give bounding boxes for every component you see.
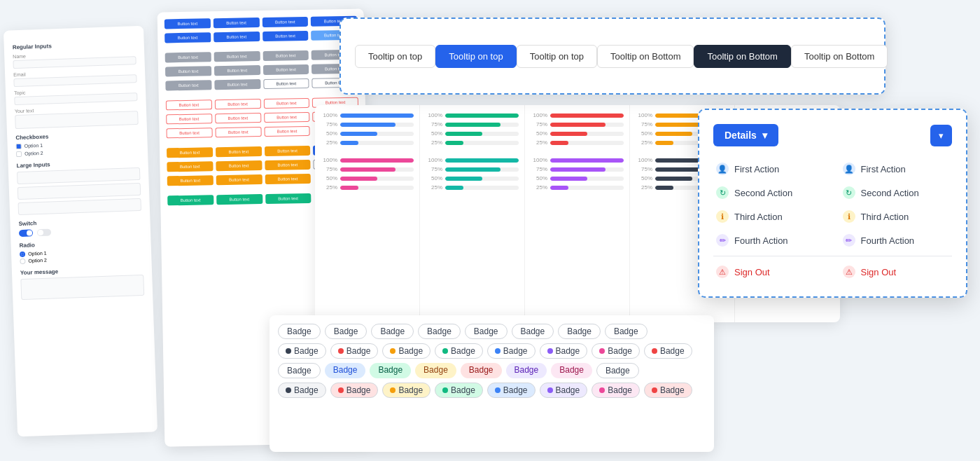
section-checkboxes: Checkboxes bbox=[15, 130, 139, 141]
tooltip-btn-2[interactable]: Tooltip on top bbox=[435, 45, 516, 68]
edit-icon-2: ✏ bbox=[843, 234, 855, 247]
fourth-action-label-2: Fourth Action bbox=[861, 235, 915, 246]
badge-dot-5[interactable]: Badge bbox=[540, 343, 588, 359]
user-icon: 👤 bbox=[716, 163, 729, 175]
dropdown-item-signout-1[interactable]: ⚠ Sign Out bbox=[713, 261, 826, 283]
tooltip-btn-5[interactable]: Tooltip on Bottom bbox=[694, 45, 790, 68]
badge-dot-filled-3[interactable]: Badge bbox=[435, 383, 483, 398]
badge-dot-filled-2[interactable]: Badge bbox=[382, 383, 430, 398]
section-switch: Switch bbox=[18, 216, 141, 227]
tooltip-btn-4[interactable]: Tooltip on Bottom bbox=[597, 45, 694, 68]
badge-dot-2[interactable]: Badge bbox=[382, 343, 430, 359]
dropdown-item-fourth-action-1[interactable]: ✏ Fourth Action bbox=[713, 229, 826, 252]
badge-filled-dot-indicator bbox=[547, 387, 553, 393]
badge-dot-indicator bbox=[442, 348, 448, 354]
badge-dot-4[interactable]: Badge bbox=[487, 343, 536, 359]
badge-row-colored: BadgeBadgeBadgeBadgeBadgeBadgeBadgeBadge bbox=[278, 363, 706, 378]
badge-dot-indicator bbox=[338, 348, 344, 354]
badge-dot-filled-5[interactable]: Badge bbox=[540, 383, 588, 398]
tooltip-btn-3[interactable]: Tooltip on top bbox=[517, 45, 597, 68]
dropdown-item-first-action-1[interactable]: 👤 First Action bbox=[713, 158, 826, 180]
badge-dot-0[interactable]: Badge bbox=[278, 343, 326, 359]
badge-colored-4[interactable]: Badge bbox=[461, 363, 502, 378]
second-action-label-1: Second Action bbox=[734, 188, 792, 198]
section-regular-inputs: Regular Inputs bbox=[13, 40, 136, 50]
dropdown-item-third-action-2[interactable]: ℹ Third Action bbox=[840, 205, 953, 228]
dropdown-item-second-action-1[interactable]: ↻ Second Action bbox=[713, 181, 826, 204]
form-card: Regular Inputs Name Email Topic Your tex… bbox=[4, 26, 158, 437]
second-action-label-2: Second Action bbox=[861, 188, 919, 198]
badge-plain-6[interactable]: Badge bbox=[558, 324, 601, 339]
badge-dot-indicator bbox=[599, 348, 605, 354]
badge-filled-dot-indicator bbox=[338, 387, 344, 393]
badge-plain-7[interactable]: Badge bbox=[605, 324, 648, 339]
badge-dot-filled-1[interactable]: Badge bbox=[330, 383, 379, 398]
dropdown-columns: 👤 First Action 👤 First Action ↻ Second A… bbox=[713, 158, 952, 283]
section-radio: Radio bbox=[20, 238, 143, 249]
signout-label-1: Sign Out bbox=[734, 267, 770, 277]
refresh-icon-2: ↻ bbox=[843, 186, 855, 199]
badge-dot-indicator bbox=[286, 348, 291, 354]
badge-row-dots-colored: BadgeBadgeBadgeBadgeBadgeBadgeBadgeBadge bbox=[278, 343, 706, 359]
first-action-label-2: First Action bbox=[861, 164, 906, 174]
badge-row-dots-filled: BadgeBadgeBadgeBadgeBadgeBadgeBadgeBadge bbox=[278, 383, 706, 398]
badge-colored-2[interactable]: Badge bbox=[370, 363, 411, 378]
danger-icon: ⚠ bbox=[716, 266, 729, 278]
danger-icon-2: ⚠ bbox=[843, 266, 855, 278]
fourth-action-label-1: Fourth Action bbox=[734, 235, 788, 246]
badge-plain-3[interactable]: Badge bbox=[418, 324, 461, 339]
badge-plain-0[interactable]: Badge bbox=[278, 324, 321, 339]
main-scene: Regular Inputs Name Email Topic Your tex… bbox=[0, 0, 980, 461]
badge-plain-5[interactable]: Badge bbox=[512, 324, 554, 339]
info-icon-2: ℹ bbox=[843, 210, 855, 223]
badge-plain-4[interactable]: Badge bbox=[465, 324, 507, 339]
dropdown-item-signout-2[interactable]: ⚠ Sign Out bbox=[840, 261, 953, 283]
progress-column-2: 100%75%50%25%100%75%50%25% bbox=[420, 105, 525, 322]
tooltip-btn-1[interactable]: Tooltip on top bbox=[355, 45, 435, 68]
badge-filled-dot-indicator bbox=[442, 387, 448, 393]
badge-colored-3[interactable]: Badge bbox=[415, 363, 456, 378]
tooltip-btn-6[interactable]: Tooltip on Bottom bbox=[791, 45, 888, 68]
dropdown-item-fourth-action-2[interactable]: ✏ Fourth Action bbox=[840, 229, 953, 252]
badge-filled-dot-indicator bbox=[390, 387, 396, 393]
dropdown-item-second-action-2[interactable]: ↻ Second Action bbox=[840, 181, 953, 204]
badge-colored-7[interactable]: Badge bbox=[596, 363, 639, 378]
tooltip-card: Tooltip on top Tooltip on top Tooltip on… bbox=[340, 18, 886, 95]
badge-colored-6[interactable]: Badge bbox=[551, 363, 592, 378]
badge-dot-filled-0[interactable]: Badge bbox=[278, 383, 326, 398]
badge-filled-dot-indicator bbox=[495, 387, 500, 393]
section-large-inputs: Large Inputs bbox=[17, 158, 140, 169]
progress-column-1: 100%75%50%25%100%75%50%25% bbox=[315, 105, 420, 322]
badge-dot-1[interactable]: Badge bbox=[330, 343, 379, 359]
badge-dot-indicator bbox=[547, 348, 553, 354]
dropdown-header: Details ▾ ▾ bbox=[713, 124, 952, 146]
badge-colored-5[interactable]: Badge bbox=[506, 363, 547, 378]
badge-dot-filled-7[interactable]: Badge bbox=[644, 383, 692, 398]
details-button[interactable]: Details ▾ bbox=[713, 124, 778, 146]
first-action-label-1: First Action bbox=[734, 164, 779, 174]
badge-card: BadgeBadgeBadgeBadgeBadgeBadgeBadgeBadge… bbox=[270, 315, 714, 452]
dropdown-card: Details ▾ ▾ 👤 First Action 👤 First Actio… bbox=[698, 109, 967, 298]
third-action-label-2: Third Action bbox=[861, 212, 909, 222]
dropdown-item-third-action-1[interactable]: ℹ Third Action bbox=[713, 205, 826, 228]
dropdown-item-first-action-2[interactable]: 👤 First Action bbox=[840, 158, 953, 180]
badge-dot-indicator bbox=[390, 348, 396, 354]
badge-plain-2[interactable]: Badge bbox=[371, 324, 414, 339]
badge-dot-filled-4[interactable]: Badge bbox=[487, 383, 536, 398]
badge-filled-dot-indicator bbox=[652, 387, 657, 393]
section-message: Your message bbox=[20, 266, 144, 276]
dropdown-secondary-button[interactable]: ▾ bbox=[930, 125, 952, 146]
badge-filled-dot-indicator bbox=[286, 387, 291, 393]
badge-dot-6[interactable]: Badge bbox=[592, 343, 640, 359]
badge-colored-1[interactable]: Badge bbox=[325, 363, 366, 378]
badge-row-plain: BadgeBadgeBadgeBadgeBadgeBadgeBadgeBadge bbox=[278, 324, 706, 339]
edit-icon: ✏ bbox=[716, 234, 729, 247]
badge-dot-7[interactable]: Badge bbox=[644, 343, 692, 359]
badge-dot-filled-6[interactable]: Badge bbox=[592, 383, 640, 398]
badge-dot-3[interactable]: Badge bbox=[435, 343, 483, 359]
badge-colored-0[interactable]: Badge bbox=[278, 363, 321, 378]
chevron-down-icon: ▾ bbox=[762, 130, 767, 141]
user-icon-2: 👤 bbox=[843, 163, 855, 175]
chevron-down-icon-2: ▾ bbox=[939, 130, 944, 141]
badge-plain-1[interactable]: Badge bbox=[325, 324, 368, 339]
